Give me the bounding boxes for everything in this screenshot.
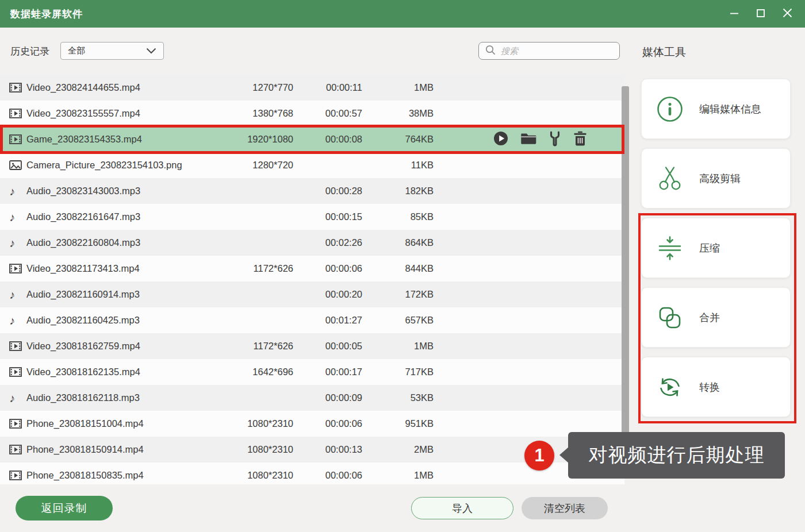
file-resolution: 1080*2310 xyxy=(224,418,293,429)
filter-value: 全部 xyxy=(68,45,146,56)
search-input[interactable] xyxy=(501,46,615,56)
file-name: Audio_230818162118.mp3 xyxy=(26,392,224,403)
file-size: 85KB xyxy=(362,211,434,222)
maximize-button[interactable] xyxy=(747,0,774,28)
file-row[interactable]: ♪Audio_230822160804.mp300:02:26864KB xyxy=(0,230,624,256)
file-size: 1MB xyxy=(362,341,434,352)
video-file-icon xyxy=(9,83,26,92)
file-resolution: 1080*2310 xyxy=(224,470,293,481)
file-name: Audio_230821160425.mp3 xyxy=(26,315,224,326)
tool-compress[interactable]: 压缩 xyxy=(641,218,791,278)
file-size: 53KB xyxy=(362,392,434,403)
image-file-icon xyxy=(9,160,26,170)
file-row[interactable]: ♪Audio_230823143003.mp300:00:28182KB xyxy=(0,178,624,204)
file-duration: 00:00:57 xyxy=(293,108,362,119)
file-size: 11KB xyxy=(362,160,434,171)
file-duration: 00:00:09 xyxy=(293,392,362,403)
tool-label: 压缩 xyxy=(699,241,720,255)
video-file-icon xyxy=(9,109,26,118)
minimize-button[interactable] xyxy=(721,0,747,28)
convert-icon xyxy=(657,374,683,400)
video-file-icon xyxy=(9,471,26,480)
video-file-icon xyxy=(9,341,26,351)
open-folder-button[interactable] xyxy=(520,132,536,147)
audio-file-icon: ♪ xyxy=(9,315,26,326)
file-resolution: 1172*626 xyxy=(224,263,293,274)
audio-file-icon: ♪ xyxy=(9,186,26,197)
file-name: Phone_230818150914.mp4 xyxy=(26,444,224,455)
clear-list-button[interactable]: 清空列表 xyxy=(522,497,608,519)
file-row[interactable]: ♪Audio_230818162118.mp300:00:0953KB xyxy=(0,385,624,411)
file-row-selected[interactable]: Game_230823154353.mp41920*108000:00:0876… xyxy=(0,126,624,152)
file-size: 1MB xyxy=(362,82,434,93)
file-row[interactable]: Camera_Picture_230823154103.png1280*7201… xyxy=(0,152,624,178)
file-row[interactable]: Video_230818162135.mp41642*69600:00:1771… xyxy=(0,359,624,385)
file-name: Audio_230822161647.mp3 xyxy=(26,211,224,222)
file-name: Audio_230822160804.mp3 xyxy=(26,237,224,248)
tool-label: 高级剪辑 xyxy=(699,172,741,186)
merge-icon xyxy=(657,304,683,331)
audio-file-icon: ♪ xyxy=(9,211,26,223)
scissors-icon xyxy=(657,165,683,192)
file-row[interactable]: Video_230823155557.mp41380*76800:00:5738… xyxy=(0,101,624,126)
file-size: 1MB xyxy=(362,470,434,481)
file-row[interactable]: Video_230824144655.mp41270*77000:00:111M… xyxy=(0,75,624,101)
scrollbar[interactable] xyxy=(622,86,629,454)
video-file-icon xyxy=(9,264,26,273)
tool-merge[interactable]: 合并 xyxy=(641,287,791,348)
file-row[interactable]: Video_230818162759.mp41172*62600:00:051M… xyxy=(0,333,624,359)
file-size: 951KB xyxy=(362,418,434,429)
file-row[interactable]: Phone_230818151004.mp41080*231000:00:069… xyxy=(0,411,624,437)
tool-advanced-clip[interactable]: 高级剪辑 xyxy=(641,148,791,209)
wrench-icon xyxy=(549,131,561,148)
file-size: 38MB xyxy=(362,108,434,119)
file-resolution: 1280*720 xyxy=(224,160,293,171)
play-button[interactable] xyxy=(493,131,508,148)
back-to-record-button[interactable]: 返回录制 xyxy=(16,496,113,521)
file-duration: 00:00:11 xyxy=(293,82,362,93)
annotation-tooltip: 对视频进行后期处理 xyxy=(568,432,785,479)
play-icon xyxy=(493,131,508,148)
import-button[interactable]: 导入 xyxy=(411,497,513,519)
tool-label: 转换 xyxy=(699,380,720,394)
file-duration: 00:00:06 xyxy=(293,263,362,274)
close-button[interactable] xyxy=(774,0,800,28)
file-duration: 00:02:26 xyxy=(293,237,362,248)
history-label: 历史记录 xyxy=(10,45,49,58)
file-row[interactable]: ♪Audio_230821160914.mp300:00:20172KB xyxy=(0,282,624,307)
tool-edit-media-info[interactable]: 编辑媒体信息 xyxy=(641,79,791,139)
edit-tool-button[interactable] xyxy=(549,131,561,148)
file-row[interactable]: ♪Audio_230821160425.mp300:01:27657KB xyxy=(0,307,624,333)
video-file-icon xyxy=(9,134,26,144)
audio-file-icon: ♪ xyxy=(9,289,26,300)
video-file-icon xyxy=(9,445,26,454)
row-actions xyxy=(493,126,587,152)
file-name: Video_230821173413.mp4 xyxy=(26,263,224,274)
file-resolution: 1270*770 xyxy=(224,82,293,93)
delete-button[interactable] xyxy=(573,131,587,148)
file-resolution: 1172*626 xyxy=(224,341,293,352)
filter-dropdown[interactable]: 全部 xyxy=(60,42,164,60)
file-resolution: 1642*696 xyxy=(224,367,293,377)
file-size: 172KB xyxy=(362,289,434,300)
audio-file-icon: ♪ xyxy=(9,237,26,249)
titlebar: 数据蛙录屏软件 xyxy=(0,0,805,28)
file-row[interactable]: Video_230821173413.mp41172*62600:00:0684… xyxy=(0,256,624,282)
file-duration: 00:00:17 xyxy=(293,367,362,377)
tool-label: 合并 xyxy=(699,311,720,325)
trash-icon xyxy=(573,131,587,148)
file-size: 717KB xyxy=(362,367,434,377)
file-duration: 00:00:06 xyxy=(293,470,362,481)
file-duration: 00:01:27 xyxy=(293,315,362,326)
file-duration: 00:00:20 xyxy=(293,289,362,300)
file-row[interactable]: ♪Audio_230822161647.mp300:00:1585KB xyxy=(0,204,624,230)
search-icon xyxy=(485,44,496,58)
file-size: 657KB xyxy=(362,315,434,326)
search-box[interactable] xyxy=(478,42,620,60)
file-duration: 00:00:15 xyxy=(293,211,362,222)
video-file-icon xyxy=(9,419,26,429)
file-duration: 00:00:13 xyxy=(293,444,362,455)
video-file-icon xyxy=(9,367,26,377)
tool-convert[interactable]: 转换 xyxy=(641,357,791,417)
step-badge: 1 xyxy=(524,441,554,471)
